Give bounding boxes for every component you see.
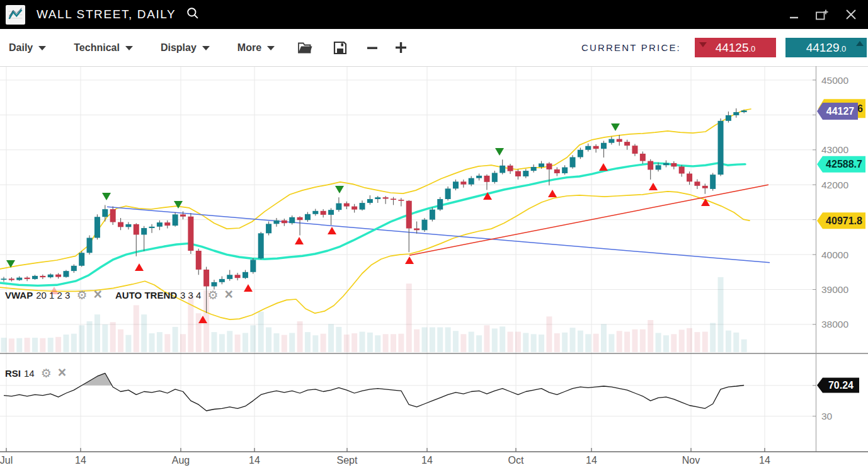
price-tick-label: 43000 [821, 144, 848, 155]
date-tick-label: 14 [249, 455, 260, 466]
sell-signal-arrow-icon [335, 186, 344, 193]
candle [227, 275, 232, 279]
candle [445, 188, 451, 199]
rsi-line [4, 373, 744, 411]
candle [48, 275, 54, 277]
save-icon[interactable] [333, 41, 347, 55]
candle [273, 221, 279, 224]
candle [351, 207, 357, 210]
buy-signal-arrow-icon [405, 256, 414, 264]
rsi-overbought-fill [82, 373, 112, 386]
candle [601, 143, 607, 149]
candle [391, 198, 396, 200]
current-price-label: CURRENT PRICE: [581, 42, 681, 53]
date-tick-label: 14 [75, 455, 86, 466]
svg-text:44127: 44127 [826, 106, 855, 117]
menu-display-label: Display [161, 42, 197, 54]
candle [203, 270, 209, 287]
candle [173, 214, 178, 226]
candle [94, 217, 100, 238]
candle [648, 161, 653, 170]
vwap-line [0, 163, 745, 286]
candle [383, 197, 389, 198]
candle [484, 176, 489, 182]
chevron-down-icon [38, 46, 46, 50]
candle [726, 115, 731, 121]
bollinger-upper-line [0, 109, 751, 269]
candle [554, 169, 560, 173]
rsi-remove-icon[interactable]: × [58, 365, 66, 380]
candle [679, 166, 685, 173]
candle [508, 166, 513, 171]
candle [360, 203, 365, 210]
candle [305, 214, 311, 220]
candle [687, 174, 692, 182]
vwap-settings-gear-icon[interactable]: ⚙ [76, 289, 87, 301]
candle [63, 271, 69, 277]
vwap-label: VWAP [5, 290, 33, 301]
menu-more[interactable]: More [237, 42, 275, 54]
popout-window-button[interactable] [815, 9, 829, 21]
candle [375, 197, 380, 199]
auto-trend-settings-gear-icon[interactable]: ⚙ [207, 289, 218, 301]
candle [344, 203, 350, 207]
candle [656, 165, 661, 169]
close-button[interactable] [845, 9, 857, 20]
zoom-in-icon[interactable] [395, 42, 407, 54]
sell-signal-arrow-icon [495, 148, 504, 156]
minimize-button[interactable] [789, 9, 799, 20]
candle [289, 217, 295, 223]
candle [180, 214, 186, 216]
rsi-settings-gear-icon[interactable]: ⚙ [41, 367, 52, 379]
candle [235, 275, 241, 278]
open-file-icon[interactable] [297, 41, 313, 54]
buy-signal-arrow-icon [701, 198, 710, 206]
zoom-out-icon[interactable] [367, 42, 378, 54]
chart-area: 4500044000430004200041000400003900038000… [0, 66, 868, 470]
toolbar: Daily Technical Display More CUR [0, 29, 868, 67]
menu-daily[interactable]: Daily [9, 42, 46, 54]
candle [398, 200, 404, 201]
svg-text:40971.8: 40971.8 [826, 215, 862, 226]
price-tick-label: 45000 [821, 75, 848, 86]
candle [578, 150, 583, 158]
search-icon[interactable] [186, 6, 200, 23]
menu-technical[interactable]: Technical [74, 42, 133, 54]
candle [570, 157, 576, 167]
bid-price-button[interactable]: 44125.0 [695, 38, 776, 57]
date-tick-label: Nov [682, 455, 700, 466]
axis-tag-lower-band: 40971.8 [817, 212, 865, 229]
menu-technical-label: Technical [74, 42, 120, 54]
candle [718, 121, 724, 175]
buy-signal-arrow-icon [295, 237, 304, 244]
candle [694, 181, 700, 186]
candle [336, 203, 341, 210]
candle [188, 217, 193, 251]
candle [40, 276, 45, 277]
trend-layer [107, 185, 770, 263]
axis-tag-last-price: 44127 [817, 103, 858, 120]
auto-trend-label: AUTO TREND [115, 290, 177, 301]
menu-display[interactable]: Display [161, 42, 210, 54]
candle [710, 175, 716, 189]
chart-canvas[interactable]: 4500044000430004200041000400003900038000… [0, 66, 868, 470]
candle [32, 276, 38, 279]
candle [562, 168, 568, 173]
ask-price-button[interactable]: 44129.0 [785, 38, 867, 57]
price-tick-label: 40000 [821, 249, 848, 260]
candle [663, 163, 669, 165]
candle [1, 278, 7, 280]
sig-layer [6, 123, 710, 323]
candle [531, 167, 537, 171]
rsi-tick-label: 30 [821, 411, 833, 421]
candle [367, 199, 373, 203]
candle [79, 253, 84, 266]
price-tick-label: 39000 [821, 284, 848, 295]
candle [141, 228, 147, 235]
chevron-down-icon [125, 46, 133, 50]
vwap-remove-icon[interactable]: × [93, 287, 101, 302]
candle [55, 275, 61, 277]
auto-trend-remove-icon[interactable]: × [224, 287, 232, 302]
candle [702, 186, 708, 188]
current-price-cluster: CURRENT PRICE: 44125.0 44129.0 [581, 38, 867, 57]
